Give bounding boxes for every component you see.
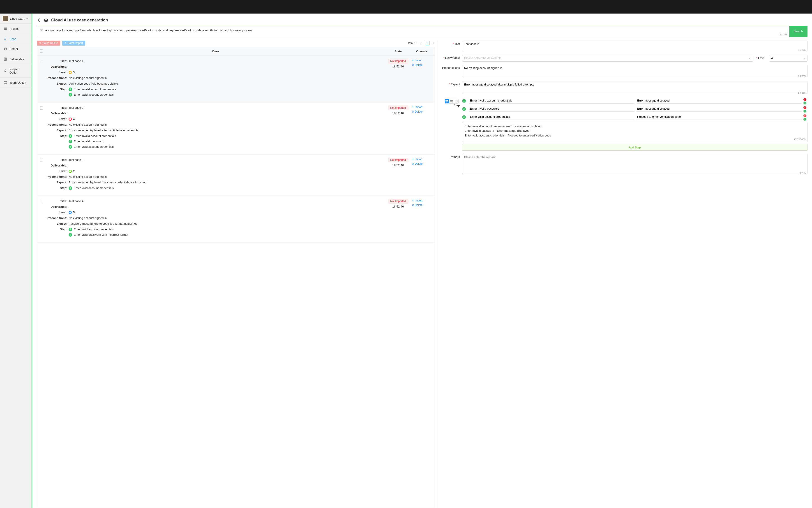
batch-import-button[interactable]: Batch Import [62, 41, 85, 46]
search-char-count: 162/255 [778, 33, 787, 36]
delete-button[interactable]: Delete [412, 204, 432, 207]
step-action-input[interactable]: Enter invalid account credentials [469, 98, 635, 103]
svg-rect-11 [41, 29, 42, 30]
label-expect: *Expect [441, 81, 462, 94]
svg-rect-3 [4, 81, 7, 84]
delete-button[interactable]: Delete [412, 110, 432, 113]
svg-rect-15 [445, 100, 446, 101]
remark-count: 0/255 [799, 172, 806, 174]
step-add-button[interactable] [803, 110, 806, 113]
step-view-list[interactable] [449, 99, 454, 103]
nav-icon [4, 27, 7, 31]
import-button[interactable]: Import [412, 105, 432, 109]
add-step-button[interactable]: Add Step [462, 144, 808, 151]
step-result-input[interactable]: Proceed to enter verification code [636, 114, 802, 120]
state-badge: Not Imported [388, 158, 408, 162]
step-number: 1 [69, 227, 72, 231]
step-result-input[interactable]: Error message displayed [636, 106, 802, 112]
remark-input[interactable] [462, 154, 808, 174]
list-header: Case State Operate [37, 47, 435, 56]
step-action-input[interactable]: Enter valid account credentials [469, 114, 635, 120]
level-select[interactable]: 4 [769, 55, 808, 61]
sidebar-item-deliverable[interactable]: Deliverable [0, 54, 31, 64]
svg-point-2 [5, 70, 6, 72]
project-selector[interactable]: Lihua Cat A… [0, 13, 31, 24]
svg-point-7 [46, 18, 46, 18]
svg-rect-13 [42, 29, 43, 30]
case-row[interactable]: Title:Test case 1Deliverable:Level:3Prec… [37, 56, 435, 102]
title-count: 11/255 [798, 48, 806, 51]
search-text[interactable]: A login page for a web platform, which i… [45, 28, 786, 33]
case-time: 18:52:46 [385, 164, 412, 167]
label-step: Step [441, 98, 462, 151]
step-remove-button[interactable] [803, 106, 806, 109]
case-row[interactable]: Title:Test case 2Deliverable:Level:4Prec… [37, 102, 435, 155]
step-view-card[interactable] [454, 99, 458, 103]
batch-delete-button[interactable]: Batch Delete [37, 41, 60, 46]
page-number[interactable]: 1 [425, 41, 429, 45]
expect-input[interactable] [462, 81, 808, 94]
select-all-checkbox[interactable] [40, 49, 43, 52]
col-operate: Operate [412, 50, 432, 53]
x-icon [804, 99, 806, 100]
step-remove-button[interactable] [803, 114, 806, 117]
step-remove-button[interactable] [803, 98, 806, 101]
sidebar-item-defect[interactable]: Defect [0, 44, 31, 54]
search-box: A login page for a web platform, which i… [37, 26, 808, 37]
step-number: 2 [69, 93, 72, 96]
sidebar-item-case[interactable]: Case [0, 34, 31, 44]
row-checkbox[interactable] [40, 60, 43, 63]
case-row[interactable]: Title:Test case 3Deliverable:Level:2Prec… [37, 155, 435, 196]
step-number: 2 [69, 140, 72, 143]
nav-icon [4, 47, 7, 51]
import-button[interactable]: Import [412, 199, 432, 202]
row-checkbox[interactable] [40, 107, 43, 110]
label-remark: Remark [441, 154, 462, 175]
search-button[interactable]: Search [789, 26, 807, 37]
preconditions-input[interactable] [462, 65, 808, 77]
step-view-grid[interactable] [445, 99, 449, 103]
page-prev-icon[interactable] [419, 42, 423, 45]
svg-point-5 [45, 20, 46, 20]
delete-button[interactable]: Delete [412, 64, 432, 67]
download-icon [412, 158, 414, 160]
deliverable-select[interactable]: Please select the deliverable [462, 55, 753, 61]
case-row[interactable]: Title:Test case 4Deliverable:Level:5Prec… [37, 196, 435, 243]
svg-rect-10 [41, 29, 41, 30]
sidebar-item-project[interactable]: Project [0, 24, 31, 34]
plus-icon [804, 118, 806, 120]
step-add-button[interactable] [803, 101, 806, 104]
sidebar-item-team-option[interactable]: Team Option [0, 78, 31, 88]
svg-point-6 [46, 20, 47, 20]
expect-count: 54/255 [798, 91, 806, 94]
svg-rect-12 [42, 29, 42, 30]
page-next-icon[interactable] [432, 42, 435, 45]
step-summary-count: 177/10000 [793, 138, 806, 142]
col-state: State [385, 50, 412, 53]
sidebar-item-project-option[interactable]: Project Option [0, 64, 31, 78]
step-number: 2 [69, 233, 72, 237]
import-button[interactable]: Import [412, 59, 432, 62]
trash-icon [412, 204, 414, 206]
robot-icon [44, 17, 48, 23]
label-deliverable: *Deliverable [441, 55, 462, 61]
level-ring-icon [69, 170, 72, 173]
step-action-input[interactable]: Enter invalid password [469, 106, 635, 112]
step-row: 3Enter valid account credentialsProceed … [462, 114, 808, 121]
download-icon [412, 199, 414, 202]
delete-button[interactable]: Delete [412, 162, 432, 165]
step-result-input[interactable]: Error message displayed [636, 98, 802, 103]
total-count: Total 10 [408, 42, 417, 45]
case-time: 18:52:46 [385, 112, 412, 115]
row-checkbox[interactable] [40, 200, 43, 203]
row-checkbox[interactable] [40, 159, 43, 162]
back-arrow-icon[interactable] [37, 18, 41, 22]
svg-rect-16 [447, 100, 448, 101]
step-add-button[interactable] [803, 118, 806, 121]
chevron-down-icon [803, 57, 806, 59]
import-button[interactable]: Import [412, 158, 432, 161]
col-case: Case [46, 50, 385, 53]
svg-rect-14 [41, 31, 42, 31]
title-input[interactable] [462, 41, 808, 51]
step-summary[interactable]: Enter invalid account credentials---Erro… [462, 122, 808, 142]
